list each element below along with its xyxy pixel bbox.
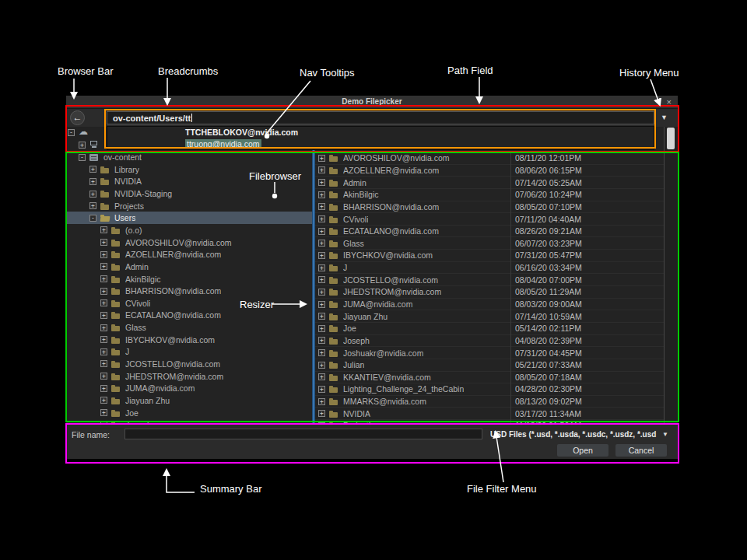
history-menu-button[interactable]: ▼ [658, 111, 671, 124]
nav-tooltip-item[interactable]: ttruong@nvidia.com [107, 138, 654, 150]
expander-toggle[interactable]: + [100, 226, 107, 233]
expander-toggle[interactable]: - [89, 215, 96, 222]
expander-toggle[interactable]: + [318, 264, 325, 271]
path-field[interactable]: ov-content/Users/tt [107, 111, 654, 124]
tree-item[interactable]: -ov-content [66, 151, 312, 163]
expander-toggle[interactable]: + [318, 203, 325, 210]
tree-item[interactable]: +J [66, 346, 312, 359]
expander-toggle[interactable]: + [89, 191, 96, 198]
expander-toggle[interactable]: + [100, 385, 107, 392]
expander-toggle[interactable]: + [318, 228, 325, 235]
expander-toggle[interactable]: - [79, 154, 86, 161]
nav-tooltip-item[interactable]: TTCHEBLOKOV@nvidia.com [107, 127, 654, 138]
expander-toggle[interactable]: + [79, 142, 86, 149]
tree-item[interactable]: +Jiayuan Zhu [66, 394, 312, 407]
expander-toggle[interactable]: + [318, 398, 325, 405]
expander-toggle[interactable]: + [100, 251, 107, 258]
file-list-row[interactable]: +IBYCHKOV@nvidia.com07/31/20 05:47PM [315, 250, 664, 262]
expander-toggle[interactable]: + [100, 336, 107, 343]
file-list-row[interactable]: +Joseph04/08/20 02:39PM [315, 335, 664, 348]
tree-item[interactable]: +JCOSTELLO@nvidia.com [66, 358, 312, 370]
expander-toggle[interactable]: + [318, 252, 325, 259]
expander-toggle[interactable]: + [318, 373, 325, 380]
tree-item[interactable]: -Users [66, 212, 312, 224]
file-list-row[interactable]: +Glass06/07/20 03:23PM [315, 237, 664, 250]
expander-toggle[interactable]: + [100, 397, 107, 404]
file-list-row[interactable]: +Admin07/14/20 05:25AM [315, 177, 664, 189]
tree-item[interactable]: +(o.o) [66, 224, 312, 236]
file-filter-menu[interactable]: USD Files (*.usd, *.usda, *.usdc, *.usdz… [490, 429, 668, 440]
expander-toggle[interactable]: + [89, 178, 96, 185]
expander-toggle[interactable]: + [318, 349, 325, 356]
expander-toggle[interactable]: + [318, 386, 325, 393]
tree-item[interactable]: +IBYCHKOV@nvidia.com [66, 334, 312, 346]
expander-toggle[interactable]: + [100, 288, 107, 295]
expander-toggle[interactable]: + [100, 373, 107, 380]
expander-toggle[interactable]: + [318, 191, 325, 198]
expander-toggle[interactable]: + [100, 263, 107, 270]
expander-toggle[interactable]: + [100, 299, 107, 306]
expander-toggle[interactable]: + [318, 313, 325, 320]
expander-toggle[interactable]: + [318, 215, 325, 222]
file-list-row[interactable]: +Julian05/21/20 07:33AM [315, 359, 664, 372]
expander-toggle[interactable]: + [318, 166, 325, 173]
expander-toggle[interactable]: + [100, 348, 107, 355]
tree-item[interactable]: +Admin [66, 261, 312, 273]
file-list-row[interactable]: +KKANTIEV@nvidia.com08/05/20 07:18AM [315, 372, 664, 384]
file-list-row[interactable]: +AZOELLNER@nvidia.com08/06/20 06:15PM [315, 165, 664, 177]
file-list-row[interactable]: +J06/16/20 03:34PM [315, 262, 664, 275]
tree-item[interactable]: +BHARRISON@nvidia.com [66, 285, 312, 297]
expander-toggle[interactable]: + [318, 325, 325, 332]
tree-item[interactable]: +CVivoli [66, 297, 312, 310]
tree-item[interactable]: +ECATALANO@nvidia.com [66, 310, 312, 322]
expander-toggle[interactable]: + [89, 166, 96, 173]
expander-toggle[interactable]: + [100, 275, 107, 282]
file-list-row[interactable]: +BHARRISON@nvidia.com08/05/20 07:10PM [315, 201, 664, 214]
dialog-titlebar[interactable]: Demo Filepicker × [66, 96, 678, 109]
file-list-row[interactable]: +Lighting_Challenge_24_theCabin04/28/20 … [315, 383, 664, 396]
tree-item[interactable]: +Projects [66, 200, 312, 212]
expander-toggle[interactable]: + [89, 202, 96, 209]
tree-item[interactable]: +AVOROSHILOV@nvidia.com [66, 236, 312, 249]
tree-item[interactable]: +Joseph [66, 418, 312, 424]
tree-item[interactable]: +Glass [66, 321, 312, 334]
expander-toggle[interactable]: + [100, 324, 107, 331]
tree-item[interactable]: +AZOELLNER@nvidia.com [66, 248, 312, 261]
scrollbar-thumb[interactable] [667, 128, 675, 149]
expander-toggle[interactable]: + [100, 239, 107, 246]
expander-toggle[interactable]: + [318, 179, 325, 186]
file-list-row[interactable]: +Joe05/14/20 02:11PM [315, 323, 664, 335]
expander-toggle[interactable]: - [68, 129, 75, 136]
file-name-input[interactable] [124, 429, 482, 439]
close-icon[interactable]: × [667, 97, 672, 107]
file-list-row[interactable]: +CVivoli07/11/20 04:40AM [315, 213, 664, 226]
file-list-row[interactable]: +Joshuakr@nvidia.com07/31/20 04:45PM [315, 347, 664, 359]
expander-toggle[interactable]: + [318, 362, 325, 369]
expander-toggle[interactable]: + [100, 360, 107, 367]
file-list-row[interactable]: +AVOROSHILOV@nvidia.com08/11/20 12:01PM [315, 152, 664, 165]
expander-toggle[interactable]: + [318, 289, 325, 296]
file-list-row[interactable]: +MMARKS@nvidia.com08/13/20 09:02PM [315, 396, 664, 408]
tree-item[interactable]: +AkinBilgic [66, 273, 312, 285]
tree-item[interactable]: +JUMA@nvidia.com [66, 382, 312, 394]
expander-toggle[interactable]: + [100, 312, 107, 319]
expander-toggle[interactable]: + [318, 301, 325, 308]
file-list-row[interactable]: +ECATALANO@nvidia.com08/26/20 09:21AM [315, 226, 664, 238]
file-list-row[interactable]: +JCOSTELLO@nvidia.com08/04/20 07:00PM [315, 274, 664, 286]
file-list-row[interactable]: +NVIDIA03/17/20 11:34AM [315, 408, 664, 420]
file-list-row[interactable]: +AkinBilgic07/06/20 10:24PM [315, 189, 664, 201]
tree-item[interactable]: +Joe [66, 407, 312, 419]
tree-item[interactable]: +NVIDIA-Staging [66, 187, 312, 200]
open-button[interactable]: Open [557, 444, 608, 457]
expander-toggle[interactable]: + [318, 337, 325, 344]
expander-toggle[interactable]: + [318, 155, 325, 162]
file-list-row[interactable]: +JUMA@nvidia.com08/03/20 09:00AM [315, 299, 664, 311]
back-button[interactable]: ← [70, 110, 85, 125]
cancel-button[interactable]: Cancel [615, 444, 667, 457]
expander-toggle[interactable]: + [100, 409, 107, 416]
scrollbar-track[interactable] [664, 127, 678, 424]
expander-toggle[interactable]: + [318, 276, 325, 283]
file-list-row[interactable]: +JHEDSTROM@nvidia.com08/05/20 11:29AM [315, 286, 664, 299]
file-list-row[interactable]: +Jiayuan Zhu07/14/20 10:59AM [315, 310, 664, 323]
expander-toggle[interactable]: + [318, 410, 325, 417]
